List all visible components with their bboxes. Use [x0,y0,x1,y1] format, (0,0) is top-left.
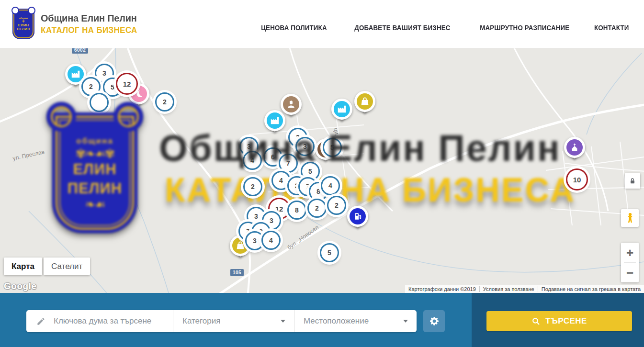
municipality-logo: община ✻ ЕЛИН ПЕЛИН [12,9,34,39]
marker-fuel-icon[interactable] [345,203,371,229]
marker-factory-icon[interactable] [329,96,355,122]
brand[interactable]: община ✻ ЕЛИН ПЕЛИН Община Елин Пелин КА… [12,9,142,39]
pegman-control[interactable] [621,209,639,227]
nav-contacts[interactable]: КОНТАКТИ [594,23,629,32]
cluster-marker[interactable]: 4 [261,231,281,250]
google-logo[interactable]: Google [4,281,36,291]
chevron-down-icon [403,320,408,323]
lock-control[interactable] [625,173,640,189]
cluster-marker[interactable]: 2 [327,196,346,215]
pencil-icon [36,317,45,326]
keyword-input[interactable] [54,316,169,326]
attribution-report-error-link[interactable]: Подаване на сигнал за грешка в картата [538,286,644,292]
chevron-down-icon [281,320,285,323]
cluster-marker[interactable]: 2 [307,199,327,218]
watermark-logo: община ✾❧☙✾ ЕЛИН ПЕЛИН ❧☙ [40,102,149,236]
zoom-control: + − [621,243,639,282]
site-title: Община Елин Пелин [41,12,137,24]
logo-name-line2: ПЕЛИН [17,27,30,32]
zoom-in-button[interactable]: + [621,243,639,262]
marker-church-icon[interactable] [562,134,588,160]
cluster-marker[interactable]: 4 [321,176,340,195]
keyword-field[interactable] [26,310,173,332]
map-type-map-button[interactable]: Карта [4,257,42,275]
map-attribution: Картографски данни ©2019 Условия за полз… [405,285,644,293]
search-icon [531,317,541,326]
watermark-badge-name1: ЕЛИН [73,161,116,178]
cluster-marker[interactable]: 2 [155,92,174,112]
pegman-icon [625,212,635,224]
category-placeholder: Категория [182,316,220,326]
search-fields-group: Категория Местоположение [26,310,417,332]
cluster-marker[interactable]: 8 [287,201,306,220]
map-type-control: Карта Сателит [4,257,90,275]
page: община ✻ ЕЛИН ПЕЛИН Община Елин Пелин КА… [0,0,644,347]
cluster-marker[interactable]: 12 [116,73,138,95]
category-select[interactable]: Категория [173,310,294,332]
location-placeholder: Местоположение [304,316,369,326]
watermark-badge-top: община [76,136,113,146]
attribution-terms-link[interactable]: Условия за ползване [479,286,538,292]
nav-add-your-business[interactable]: ДОБАВЕТЕ ВАШИЯТ БИЗНЕС [354,23,450,32]
nav-route-schedule[interactable]: МАРШРУТНО РАЗПИСАНИЕ [480,23,569,32]
cluster-marker[interactable]: 5 [320,243,339,262]
marker-bag-icon[interactable] [352,89,378,114]
watermark-title: Община Елин Пелин [159,126,561,170]
header: община ✻ ЕЛИН ПЕЛИН Община Елин Пелин КА… [0,0,644,48]
road-shield-6002: 6002 [72,48,88,54]
map-canvas[interactable]: ул. Преслав бул. „Новосел ци„ 6002 105 3… [0,48,644,293]
attribution-map-data: Картографски данни ©2019 [405,286,479,292]
search-button-label: ТЪРСЕНЕ [545,316,587,326]
site-subtitle: КАТАЛОГ НА БИЗНЕСА [41,25,137,35]
map-type-satellite-button[interactable]: Сателит [44,257,90,275]
search-submit-button[interactable]: ТЪРСЕНЕ [486,311,632,331]
zoom-out-button[interactable]: − [621,263,639,282]
nav-pricing-policy[interactable]: ЦЕНОВА ПОЛИТИКА [261,23,327,32]
main-nav: ЦЕНОВА ПОЛИТИКА ДОБАВЕТЕ ВАШИЯТ БИЗНЕС М… [256,23,632,32]
cluster-marker[interactable]: 10 [566,168,588,190]
search-bar: Категория Местоположение ТЪРСЕНЕ [0,293,644,347]
watermark-badge-name2: ПЕЛИН [68,180,122,197]
watermark-badge-ornament2: ❧☙ [85,200,104,209]
watermark-badge-ornament: ✾❧☙✾ [76,149,114,158]
gear-icon [429,315,440,327]
cluster-marker[interactable]: 2 [243,177,262,196]
road-shield-105: 105 [230,269,244,276]
location-select[interactable]: Местоположение [294,310,417,332]
lock-icon [629,177,636,185]
advanced-settings-button[interactable] [423,310,445,332]
